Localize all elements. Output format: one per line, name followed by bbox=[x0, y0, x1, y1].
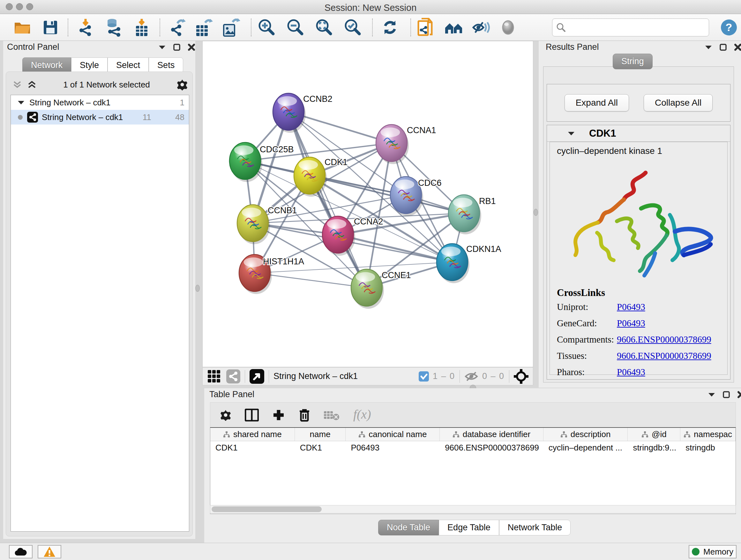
tree-column-icon bbox=[560, 431, 567, 438]
birds-eye-toggle-button[interactable] bbox=[498, 17, 518, 38]
tab-edge-table[interactable]: Edge Table bbox=[439, 520, 499, 536]
import-network-database-button[interactable] bbox=[104, 17, 124, 38]
trash-icon[interactable] bbox=[298, 408, 311, 422]
export-table-button[interactable] bbox=[194, 17, 214, 38]
panel-close-icon[interactable] bbox=[737, 391, 741, 398]
tab-string[interactable]: String bbox=[613, 54, 653, 69]
panel-menu-icon[interactable] bbox=[704, 45, 712, 50]
save-session-button[interactable] bbox=[40, 17, 61, 38]
collapse-all-button[interactable]: Collapse All bbox=[644, 94, 713, 111]
network-node-hist1h1a[interactable]: HIST1H1A bbox=[239, 254, 304, 294]
columns-icon[interactable] bbox=[245, 409, 259, 422]
network-node-cdkn1a[interactable]: CDKN1A bbox=[436, 244, 501, 283]
gear-icon[interactable] bbox=[177, 79, 188, 90]
refresh-button[interactable] bbox=[380, 17, 400, 38]
tab-network-table[interactable]: Network Table bbox=[499, 520, 571, 536]
search-input[interactable] bbox=[569, 23, 703, 33]
add-column-icon[interactable] bbox=[272, 409, 285, 422]
share-view-icon[interactable] bbox=[226, 369, 240, 383]
column-header-canonical-name[interactable]: canonical name bbox=[346, 428, 440, 441]
table-horizontal-scrollbar[interactable] bbox=[210, 505, 736, 513]
zoom-out-button[interactable] bbox=[285, 17, 306, 38]
panel-menu-icon[interactable] bbox=[158, 45, 166, 50]
cloud-button[interactable] bbox=[9, 545, 32, 558]
import-table-button[interactable] bbox=[131, 17, 152, 38]
table-cell[interactable]: stringdb:9... bbox=[628, 441, 680, 454]
network-node-ccnb2[interactable]: CCNB2 bbox=[273, 93, 333, 133]
zoom-in-button[interactable] bbox=[257, 17, 277, 38]
collapse-all-networks-icon[interactable] bbox=[12, 80, 22, 89]
panel-float-icon[interactable] bbox=[723, 391, 730, 398]
table-cell[interactable]: P06493 bbox=[346, 441, 440, 454]
column-header-description[interactable]: description bbox=[543, 428, 628, 441]
gear-icon[interactable] bbox=[220, 409, 231, 421]
section-collapse-icon[interactable] bbox=[567, 131, 575, 136]
tab-style[interactable]: Style bbox=[71, 57, 108, 73]
tab-network[interactable]: Network bbox=[22, 57, 71, 73]
chevron-down-icon[interactable] bbox=[17, 100, 25, 105]
left-splitter-handle[interactable] bbox=[195, 285, 200, 292]
crosslink-link[interactable]: 9606.ENSP00000378699 bbox=[617, 334, 711, 345]
new-network-from-selection-button[interactable] bbox=[415, 17, 435, 38]
memory-button[interactable]: Memory bbox=[689, 545, 737, 558]
right-splitter-handle[interactable] bbox=[534, 209, 538, 216]
tab-select[interactable]: Select bbox=[108, 57, 149, 73]
show-graphics-details-button[interactable] bbox=[471, 17, 491, 38]
tab-sets[interactable]: Sets bbox=[149, 57, 183, 73]
expand-all-button[interactable]: Expand All bbox=[564, 94, 629, 111]
column-header-database-identifier[interactable]: database identifier bbox=[440, 428, 543, 441]
table-tabs: Node TableEdge TableNetwork Table bbox=[378, 520, 570, 536]
window-title: Session: New Session bbox=[0, 3, 741, 13]
panel-float-icon[interactable] bbox=[173, 44, 181, 51]
column-header-namespac[interactable]: namespac bbox=[680, 428, 736, 441]
table-cell[interactable]: stringdb bbox=[680, 441, 736, 454]
table-cell[interactable]: 9606.ENSP00000378699 bbox=[440, 441, 543, 454]
table-cell[interactable]: cyclin–dependent ... bbox=[543, 441, 628, 454]
network-node-cdc6[interactable]: CDC6 bbox=[390, 177, 442, 216]
panel-close-icon[interactable] bbox=[734, 44, 741, 51]
network-node-ccne1[interactable]: CCNE1 bbox=[351, 269, 411, 309]
selected-checkbox-icon[interactable] bbox=[419, 371, 429, 381]
warning-button[interactable] bbox=[38, 545, 61, 558]
crosslink-link[interactable]: P06493 bbox=[617, 302, 645, 312]
help-button[interactable]: ? bbox=[719, 17, 739, 38]
import-network-file-button[interactable] bbox=[75, 17, 96, 38]
panel-float-icon[interactable] bbox=[719, 44, 727, 51]
houses-icon-button[interactable] bbox=[444, 17, 464, 38]
scrollbar-thumb[interactable] bbox=[212, 506, 322, 512]
node-label: RB1 bbox=[479, 196, 496, 206]
network-graph[interactable]: CCNB2CCNA1CDC25BCDK1CDC6RB1CCNB1CCNA2CDK… bbox=[203, 41, 533, 367]
network-node-cdk1[interactable]: CDK1 bbox=[294, 157, 347, 197]
tab-node-table[interactable]: Node Table bbox=[378, 520, 439, 536]
crosslink-link[interactable]: P06493 bbox=[617, 367, 645, 377]
network-node-cdc25b[interactable]: CDC25B bbox=[229, 142, 294, 182]
export-network-button[interactable] bbox=[167, 17, 188, 38]
network-collection-row[interactable]: String Network – cdk1 1 bbox=[11, 95, 189, 110]
zoom-fit-button[interactable] bbox=[314, 17, 334, 38]
table-row[interactable]: CDK1CDK1P064939606.ENSP00000378699cyclin… bbox=[210, 441, 736, 454]
expand-all-networks-icon[interactable] bbox=[27, 80, 37, 89]
birds-eye-view-icon[interactable] bbox=[250, 369, 264, 384]
column-header-@id[interactable]: @id bbox=[628, 428, 680, 441]
table-cell[interactable]: CDK1 bbox=[295, 441, 346, 454]
column-header-name[interactable]: name bbox=[295, 428, 346, 441]
crosslink-link[interactable]: 9606.ENSP00000378699 bbox=[617, 351, 711, 361]
network-node-ccna1[interactable]: CCNA1 bbox=[376, 125, 436, 164]
table-cell[interactable]: CDK1 bbox=[210, 441, 295, 454]
grid-view-icon[interactable] bbox=[208, 370, 220, 383]
export-image-button[interactable] bbox=[221, 17, 242, 38]
panel-close-icon[interactable] bbox=[188, 44, 195, 51]
open-session-button[interactable] bbox=[12, 17, 32, 38]
network-canvas[interactable]: CCNB2CCNA1CDC25BCDK1CDC6RB1CCNB1CCNA2CDK… bbox=[202, 41, 533, 367]
network-row-selected[interactable]: String Network – cdk1 11 48 bbox=[11, 110, 189, 125]
panel-menu-icon[interactable] bbox=[708, 392, 716, 397]
node-table[interactable]: shared namenamecanonical namedatabase id… bbox=[210, 427, 736, 514]
zoom-selected-button[interactable] bbox=[343, 17, 363, 38]
tree-column-icon bbox=[223, 431, 230, 438]
network-node-rb1[interactable]: RB1 bbox=[448, 195, 496, 234]
crosslink-link[interactable]: P06493 bbox=[617, 318, 645, 328]
crosslinks-heading: CrossLinks bbox=[557, 287, 727, 299]
crosshair-icon[interactable] bbox=[514, 369, 529, 384]
column-header-shared-name[interactable]: shared name bbox=[210, 428, 295, 441]
hidden-eye-icon[interactable] bbox=[464, 371, 478, 382]
